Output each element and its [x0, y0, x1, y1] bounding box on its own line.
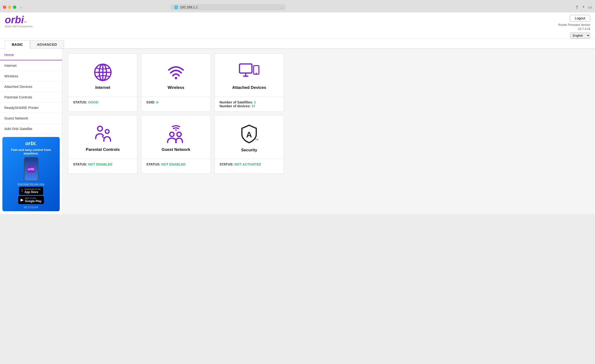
logo-area: orbi ™ Better WiFi Everywhere.: [5, 15, 33, 28]
card-security-title: Security: [241, 148, 257, 152]
card-attached-devices[interactable]: Attached Devices Number of Satellites: 1…: [215, 53, 284, 112]
page-wrapper: orbi ™ Better WiFi Everywhere. Logout Ro…: [0, 13, 595, 214]
logo-tm: ™: [24, 21, 27, 24]
status-label: STATUS:: [73, 162, 88, 166]
firmware-version: V2.7.4.24: [558, 27, 590, 31]
wifi-icon: [166, 63, 185, 82]
close-button[interactable]: [3, 6, 6, 9]
main-layout: Home Internet Wireless Attached Devices …: [0, 49, 595, 214]
parental-icon: [93, 125, 113, 144]
language-select[interactable]: English Español Français Deutsch: [570, 33, 590, 39]
site-icon: 🌐: [174, 5, 178, 9]
status-value: NOT ENABLED: [161, 162, 185, 166]
play-store-button[interactable]: ▶ GET IT ON Google Play: [18, 196, 44, 204]
share-icon[interactable]: ⇧: [575, 5, 579, 10]
apple-icon: : [21, 188, 23, 193]
svg-point-11: [105, 130, 109, 133]
promo-logo: orbi.: [5, 140, 57, 147]
sidebar: Home Internet Wireless Attached Devices …: [0, 49, 62, 214]
card-security[interactable]: A TM Security STATUS: NOT ACTIVATED: [215, 116, 284, 174]
address-text: 192.168.1.1: [180, 5, 198, 9]
sidebar-item-add-satellite[interactable]: Add Orbi Satellite: [0, 124, 62, 134]
card-guest-network[interactable]: Guest Network STATUS: NOT ENABLED: [141, 116, 211, 174]
new-tab-icon[interactable]: +: [582, 5, 585, 10]
card-parental-controls[interactable]: Parental Controls STATUS: NOT ENABLED: [68, 116, 137, 174]
guest-icon: [165, 125, 187, 144]
content-area: Internet STATUS: GOOD: [62, 49, 595, 214]
devices-info: Number of devices: 27: [220, 104, 279, 108]
satellites-info: Number of Satellites: 1: [220, 100, 279, 104]
tab-bar: BASIC ADVANCED: [0, 40, 595, 49]
card-internet-title: Internet: [95, 85, 110, 90]
sidebar-item-attached-devices[interactable]: Attached Devices: [0, 82, 62, 92]
card-wireless-top: Wireless: [142, 54, 210, 97]
status-value: GOOD: [88, 100, 98, 104]
status-value: NOT ENABLED: [88, 162, 112, 166]
promo-banner: orbi. Fast and easy control from anywher…: [2, 137, 60, 211]
status-label: STATUS:: [220, 162, 234, 166]
sidebar-item-guest-network[interactable]: Guest Network: [0, 113, 62, 124]
card-internet[interactable]: Internet STATUS: GOOD: [68, 53, 137, 112]
logout-button[interactable]: Logout: [570, 15, 590, 21]
sidebar-item-parental-controls[interactable]: Parental Controls: [0, 92, 62, 103]
promo-download-link[interactable]: Download the app now.: [5, 182, 57, 185]
play-icon: ▶: [21, 198, 23, 202]
svg-point-10: [98, 126, 102, 131]
card-parental-title: Parental Controls: [86, 147, 120, 152]
app-store-main: App Store: [24, 190, 41, 194]
sidebar-item-internet[interactable]: Internet: [0, 60, 62, 71]
card-parental-controls-top: Parental Controls: [68, 116, 137, 159]
more-icon[interactable]: …: [279, 5, 282, 9]
satellites-label: Number of Satellites:: [220, 100, 254, 104]
orbi-logo: orbi ™: [5, 15, 33, 25]
card-parental-status: STATUS: NOT ENABLED: [68, 159, 137, 173]
card-attached-devices-top: Attached Devices: [215, 54, 283, 97]
sidebar-item-home[interactable]: Home: [0, 50, 62, 60]
firmware-label: Router Firmware Version: [558, 23, 590, 27]
card-internet-status: STATUS: GOOD: [68, 97, 137, 111]
svg-point-13: [175, 129, 177, 131]
card-wireless[interactable]: Wireless SSID: A: [141, 53, 211, 112]
phone-mockup: orbi: [5, 157, 57, 181]
tab-advanced[interactable]: ADVANCED: [30, 40, 64, 48]
ssid-label: SSID:: [146, 100, 156, 104]
address-bar[interactable]: 🌐 192.168.1.1 …: [171, 4, 286, 10]
devices-value: 27: [251, 104, 255, 108]
logo-text: orbi: [5, 15, 24, 25]
card-grid: Internet STATUS: GOOD: [68, 53, 284, 174]
tab-basic[interactable]: BASIC: [5, 40, 30, 49]
svg-point-9: [256, 73, 257, 74]
phone-orbi-icon: orbi: [28, 165, 35, 173]
tab-overview-icon[interactable]: ▭: [588, 5, 592, 10]
back-icon[interactable]: ‹: [20, 5, 21, 10]
play-store-text: GET IT ON Google Play: [25, 197, 42, 203]
maximize-button[interactable]: [13, 6, 16, 9]
globe-icon: [93, 63, 113, 82]
devices-icon: [238, 63, 260, 82]
sidebar-item-readyshare-printer[interactable]: ReadySHARE Printer: [0, 103, 62, 113]
devices-label: Number of devices:: [220, 104, 252, 108]
status-value: NOT ACTIVATED: [234, 162, 261, 166]
card-internet-top: Internet: [68, 54, 137, 97]
app-store-sub: Download on the: [24, 188, 41, 190]
svg-point-4: [175, 77, 177, 79]
promo-footer: NETGEAR: [5, 206, 57, 209]
security-icon: A TM: [240, 124, 259, 144]
sidebar-item-wireless[interactable]: Wireless: [0, 71, 62, 82]
svg-point-15: [177, 132, 181, 137]
minimize-button[interactable]: [8, 6, 11, 9]
card-attached-devices-title: Attached Devices: [232, 85, 266, 90]
ssid-value: A: [156, 100, 158, 104]
card-attached-devices-status: Number of Satellites: 1 Number of device…: [215, 97, 283, 111]
app-store-button[interactable]:  Download on the App Store: [19, 187, 43, 195]
card-guest-network-top: Guest Network: [142, 116, 210, 159]
traffic-lights: [3, 6, 16, 9]
card-wireless-title: Wireless: [168, 85, 184, 90]
browser-chrome: ‹ › 🌐 192.168.1.1 … ⇧ + ▭: [0, 0, 595, 13]
play-store-sub: GET IT ON: [25, 197, 42, 199]
card-security-status: STATUS: NOT ACTIVATED: [215, 159, 283, 173]
forward-icon[interactable]: ›: [23, 5, 25, 10]
top-right-area: Logout Router Firmware Version V2.7.4.24…: [558, 15, 590, 39]
card-guest-title: Guest Network: [162, 147, 190, 152]
browser-nav: ‹ ›: [20, 5, 25, 10]
